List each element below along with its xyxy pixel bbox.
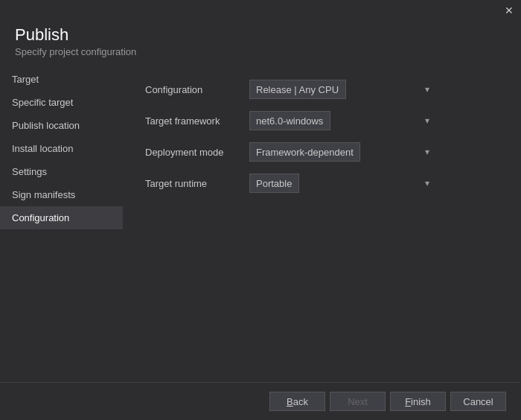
deployment-mode-row: Deployment mode Framework-dependent	[145, 142, 499, 162]
target-runtime-select[interactable]: Portable	[249, 174, 299, 193]
title-bar: ✕	[0, 0, 521, 21]
publish-dialog: ✕ Publish Specify project configuration …	[0, 0, 521, 420]
sidebar-item-install-location[interactable]: Install location	[0, 137, 123, 160]
configuration-row: Configuration Release | Any CPU	[145, 80, 499, 99]
sidebar: Target Specific target Publish location …	[0, 65, 123, 382]
back-button[interactable]: Back	[269, 392, 325, 411]
configuration-label: Configuration	[145, 84, 249, 95]
cancel-button[interactable]: Cancel	[450, 392, 506, 411]
close-button[interactable]: ✕	[502, 3, 517, 18]
close-icon: ✕	[505, 4, 514, 16]
sidebar-item-specific-target[interactable]: Specific target	[0, 91, 123, 114]
cancel-label: Cancel	[463, 396, 493, 407]
target-framework-select-wrapper: net6.0-windows	[249, 111, 435, 130]
dialog-subtitle: Specify project configuration	[15, 46, 506, 57]
deployment-mode-select-wrapper: Framework-dependent	[249, 142, 435, 162]
sidebar-item-settings[interactable]: Settings	[0, 160, 123, 183]
dialog-footer: Back Next Finish Cancel	[0, 382, 521, 420]
target-runtime-select-wrapper: Portable	[249, 174, 435, 193]
sidebar-item-publish-location[interactable]: Publish location	[0, 114, 123, 137]
next-button[interactable]: Next	[330, 392, 386, 411]
back-label: Back	[287, 396, 308, 407]
sidebar-item-target[interactable]: Target	[0, 68, 123, 91]
sidebar-item-configuration[interactable]: Configuration	[0, 206, 123, 229]
target-framework-row: Target framework net6.0-windows	[145, 111, 499, 130]
main-content: Configuration Release | Any CPU Target f…	[123, 65, 521, 382]
sidebar-item-sign-manifests[interactable]: Sign manifests	[0, 183, 123, 206]
target-runtime-row: Target runtime Portable	[145, 174, 499, 193]
deployment-mode-select[interactable]: Framework-dependent	[249, 142, 360, 162]
finish-label: Finish	[405, 396, 431, 407]
finish-button[interactable]: Finish	[390, 392, 446, 411]
configuration-select-wrapper: Release | Any CPU	[249, 80, 435, 99]
dialog-title: Publish	[15, 25, 506, 45]
configuration-select[interactable]: Release | Any CPU	[249, 80, 346, 99]
target-framework-select[interactable]: net6.0-windows	[249, 111, 330, 130]
dialog-header: Publish Specify project configuration	[0, 21, 521, 65]
target-framework-label: Target framework	[145, 115, 249, 127]
dialog-body: Target Specific target Publish location …	[0, 65, 521, 382]
next-label: Next	[348, 396, 368, 407]
target-runtime-label: Target runtime	[145, 178, 249, 189]
deployment-mode-label: Deployment mode	[145, 147, 249, 158]
